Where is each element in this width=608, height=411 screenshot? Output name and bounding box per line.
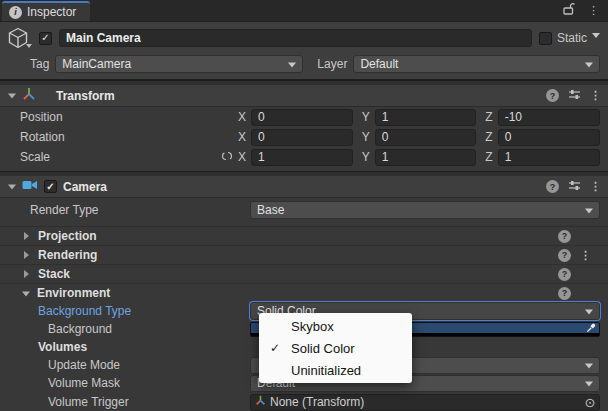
kebab-menu-icon[interactable]: ⋮ <box>580 250 591 261</box>
transform-header[interactable]: Transform ? ⋮ <box>0 85 608 107</box>
broken-link-icon[interactable] <box>220 150 234 165</box>
active-checkbox[interactable]: ✓ <box>39 32 52 45</box>
chevron-down-icon <box>585 363 593 372</box>
chevron-down-icon <box>585 62 593 71</box>
render-type-dropdown[interactable]: Base <box>250 201 600 219</box>
volume-trigger-value: None (Transform) <box>270 395 364 409</box>
tab-label: Inspector <box>27 5 76 19</box>
foldout-collapsed-icon <box>24 232 33 240</box>
layer-label: Layer <box>317 57 347 71</box>
position-z-input[interactable]: -10 <box>498 109 600 126</box>
render-type-value: Base <box>257 203 284 217</box>
axis-z-label: Z <box>485 130 492 144</box>
gameobject-cube-icon[interactable] <box>6 26 32 50</box>
volume-trigger-row: Volume Trigger None (Transform) ⊙ <box>0 392 608 411</box>
rotation-label: Rotation <box>0 130 212 144</box>
camera-title: Camera <box>63 180 107 194</box>
help-icon[interactable]: ? <box>558 230 571 243</box>
background-type-popup: Skybox ✓ Solid Color Uninitialized <box>259 313 412 383</box>
environment-label: Environment <box>37 286 110 300</box>
rendering-foldout[interactable]: Rendering ? ⋮ <box>0 245 608 264</box>
position-x-input[interactable]: 0 <box>251 109 353 126</box>
lock-icon[interactable] <box>563 2 575 18</box>
help-icon[interactable]: ? <box>558 268 571 281</box>
help-icon[interactable]: ? <box>558 249 571 262</box>
gameobject-name-field[interactable]: Main Camera <box>59 29 532 47</box>
volume-mask-label: Volume Mask <box>0 376 250 390</box>
tab-inspector[interactable]: i Inspector <box>2 1 90 21</box>
layer-value: Default <box>360 57 398 71</box>
axis-y-label: Y <box>362 130 370 144</box>
chevron-down-icon <box>585 381 593 390</box>
rotation-row: Rotation X 0 Y 0 Z 0 <box>0 127 608 147</box>
foldout-collapsed-icon <box>24 270 33 278</box>
axis-y-label: Y <box>362 150 370 164</box>
eyedropper-icon[interactable] <box>586 322 597 336</box>
axis-x-label: X <box>238 130 246 144</box>
inspector-panel: i Inspector ⋮ ✓ Ma <box>0 0 608 411</box>
layer-dropdown[interactable]: Default <box>353 55 600 73</box>
volumes-label: Volumes <box>0 340 250 354</box>
foldout-expanded-icon[interactable] <box>8 185 16 194</box>
position-y-input[interactable]: 1 <box>375 109 477 126</box>
chevron-down-icon <box>288 62 296 71</box>
scale-z-input[interactable]: 1 <box>498 149 600 166</box>
camera-header[interactable]: ✓ Camera ? ⋮ <box>0 176 608 198</box>
gameobject-header: ✓ Main Camera Static Tag MainCamera Laye… <box>0 22 608 80</box>
stack-label: Stack <box>38 267 70 281</box>
foldout-expanded-icon[interactable] <box>8 94 16 103</box>
tag-label: Tag <box>30 57 49 71</box>
projection-label: Projection <box>38 229 97 243</box>
checkmark-icon: ✓ <box>259 341 291 355</box>
help-icon[interactable]: ? <box>546 180 559 193</box>
scale-x-input[interactable]: 1 <box>251 149 353 166</box>
rotation-y-input[interactable]: 0 <box>375 129 477 146</box>
static-dropdown-arrow-icon[interactable] <box>592 33 600 42</box>
static-label: Static <box>557 31 587 45</box>
foldout-collapsed-icon <box>24 251 33 259</box>
stack-foldout[interactable]: Stack ? <box>0 264 608 283</box>
tag-value: MainCamera <box>62 57 131 71</box>
popup-item-solid-color[interactable]: ✓ Solid Color <box>259 337 412 359</box>
axis-x-label: X <box>238 110 246 124</box>
background-label: Background <box>0 322 250 336</box>
popup-item-label: Uninitialized <box>291 363 361 378</box>
help-icon[interactable]: ? <box>558 287 571 300</box>
popup-item-uninitialized[interactable]: Uninitialized <box>259 359 412 381</box>
info-icon: i <box>9 6 22 19</box>
volume-trigger-object-field[interactable]: None (Transform) ⊙ <box>250 394 600 411</box>
camera-icon <box>22 179 38 194</box>
kebab-menu-icon[interactable]: ⋮ <box>590 90 601 101</box>
popup-item-skybox[interactable]: Skybox <box>259 315 412 337</box>
rotation-z-input[interactable]: 0 <box>498 129 600 146</box>
tag-dropdown[interactable]: MainCamera <box>55 55 303 73</box>
scale-label: Scale <box>0 150 212 164</box>
popup-item-label: Skybox <box>291 319 334 334</box>
rendering-label: Rendering <box>38 248 97 262</box>
scale-y-input[interactable]: 1 <box>375 149 477 166</box>
presets-icon[interactable] <box>568 88 581 104</box>
rotation-x-input[interactable]: 0 <box>251 129 353 146</box>
environment-foldout[interactable]: Environment ? <box>0 283 608 302</box>
static-checkbox[interactable] <box>539 32 552 45</box>
camera-enabled-checkbox[interactable]: ✓ <box>44 180 57 193</box>
object-picker-icon[interactable]: ⊙ <box>581 395 599 410</box>
axis-x-label: X <box>238 150 246 164</box>
chevron-down-icon <box>585 208 593 217</box>
projection-foldout[interactable]: Projection ? <box>0 226 608 245</box>
kebab-menu-icon[interactable]: ⋮ <box>590 181 601 192</box>
kebab-menu-icon[interactable]: ⋮ <box>588 5 599 16</box>
presets-icon[interactable] <box>568 179 581 195</box>
axis-z-label: Z <box>485 110 492 124</box>
help-icon[interactable]: ? <box>546 89 559 102</box>
transform-title: Transform <box>56 89 115 103</box>
render-type-row: Render Type Base <box>0 198 608 222</box>
chevron-down-icon <box>585 309 593 318</box>
transform-icon <box>255 395 266 409</box>
foldout-expanded-icon <box>22 291 30 300</box>
update-mode-label: Update Mode <box>0 358 250 372</box>
axis-z-label: Z <box>485 150 492 164</box>
popup-item-label: Solid Color <box>291 341 355 356</box>
chevron-down-icon <box>26 44 32 51</box>
render-type-label: Render Type <box>0 203 250 217</box>
